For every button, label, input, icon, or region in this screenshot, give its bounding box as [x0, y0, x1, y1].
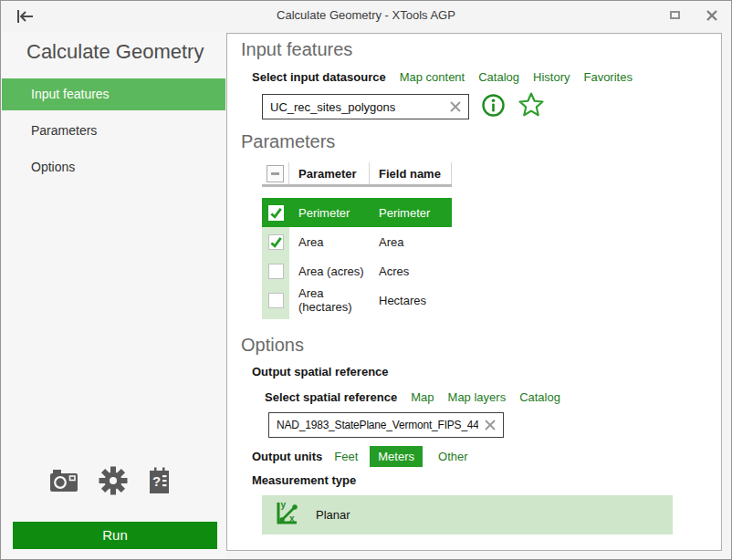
run-button[interactable]: Run	[13, 522, 217, 549]
spatial-reference-input[interactable]	[269, 413, 482, 437]
measurement-type-label-row: Measurement type	[252, 473, 356, 487]
main-panel: Input features Select input datasource M…	[226, 33, 722, 551]
measurement-type-label: Measurement type	[252, 473, 356, 487]
row-checkbox[interactable]	[268, 264, 284, 279]
link-favorites[interactable]: Favorites	[583, 70, 632, 84]
help-notes-icon[interactable]: ?	[147, 467, 173, 499]
sidebar: Calculate Geometry Input features Parame…	[2, 31, 225, 558]
favorite-star-icon[interactable]	[518, 91, 545, 122]
table-row-area-hectares[interactable]: Area (hectares) Hectares	[262, 285, 452, 315]
column-header-field-name: Field name	[370, 162, 452, 184]
parameter-cell: Area (hectares)	[289, 286, 370, 314]
output-units-row: Output units Feet Meters Other	[252, 446, 468, 467]
svg-text:y: y	[281, 500, 287, 510]
sidebar-item-label: Parameters	[31, 123, 97, 138]
table-row-area-acres[interactable]: Area (acres) Acres	[262, 256, 452, 285]
select-all-checkbox[interactable]	[267, 165, 284, 182]
column-header-parameter: Parameter	[289, 162, 370, 184]
parameters-table-body: Perimeter Perimeter Area Area	[262, 198, 452, 319]
unit-meters[interactable]: Meters	[370, 446, 423, 467]
field-name-cell: Acres	[370, 264, 452, 278]
checkbox-column-tail	[262, 315, 289, 319]
spatial-reference-input-row	[268, 412, 504, 438]
link-map-layers[interactable]: Map layers	[448, 390, 507, 404]
output-units-label: Output units	[252, 450, 322, 463]
sidebar-item-parameters[interactable]: Parameters	[2, 115, 225, 147]
sidebar-item-label: Input features	[31, 87, 110, 101]
sidebar-item-input-features[interactable]: Input features	[2, 78, 225, 110]
row-checkbox[interactable]	[268, 234, 284, 250]
parameters-heading: Parameters	[241, 131, 335, 152]
checkbox-cell	[262, 256, 289, 285]
sidebar-title: Calculate Geometry	[26, 40, 204, 64]
planar-axes-icon: y x	[272, 498, 302, 532]
output-spatial-reference-label: Output spatial reference	[252, 365, 389, 379]
measurement-option-planar[interactable]: y x Planar	[262, 495, 673, 534]
parameters-table-header: Parameter Field name	[262, 162, 452, 187]
close-icon[interactable]	[706, 9, 718, 22]
window-title: Calculate Geometry - XTools AGP	[1, 8, 731, 22]
select-sr-label-row: Select spatial reference Map Map layers …	[265, 390, 560, 404]
select-all-header-cell	[262, 162, 289, 184]
info-icon[interactable]	[481, 93, 506, 121]
field-name-cell: Perimeter	[370, 206, 452, 220]
link-catalog[interactable]: Catalog	[478, 70, 519, 84]
clear-x-icon[interactable]	[447, 99, 464, 115]
row-checkbox[interactable]	[268, 293, 284, 308]
sidebar-item-label: Options	[31, 160, 75, 174]
sidebar-tool-icons: ?	[49, 466, 173, 499]
clear-x-icon[interactable]	[482, 417, 498, 433]
unit-feet[interactable]: Feet	[334, 450, 358, 463]
row-checkbox[interactable]	[268, 205, 284, 221]
parameter-cell: Area	[289, 235, 370, 249]
sidebar-nav: Input features Parameters Options	[2, 78, 225, 188]
parameter-cell: Perimeter	[289, 206, 370, 220]
gear-icon[interactable]	[99, 466, 128, 499]
table-row-area[interactable]: Area Area	[262, 227, 452, 256]
select-spatial-reference-label: Select spatial reference	[265, 390, 397, 404]
camera-icon[interactable]	[49, 468, 79, 497]
indeterminate-minus-icon	[271, 172, 279, 175]
datasource-input-row	[262, 91, 545, 122]
svg-text:?: ?	[152, 473, 161, 489]
link-sr-catalog[interactable]: Catalog	[519, 390, 560, 404]
field-name-cell: Hectares	[370, 294, 452, 307]
parameters-table: Parameter Field name Perimeter Perimeter	[262, 162, 452, 319]
select-input-datasource-label: Select input datasource	[252, 70, 386, 84]
unit-other[interactable]: Other	[438, 450, 468, 463]
table-row-perimeter[interactable]: Perimeter Perimeter	[262, 198, 452, 227]
checkbox-cell	[262, 227, 289, 256]
sidebar-item-options[interactable]: Options	[2, 151, 225, 183]
link-history[interactable]: History	[533, 70, 570, 84]
link-map-content[interactable]: Map content	[400, 70, 465, 84]
checkbox-cell	[262, 285, 289, 315]
options-heading: Options	[241, 335, 304, 356]
planar-option-label: Planar	[316, 508, 350, 522]
spatial-reference-field-wrap	[268, 412, 504, 438]
datasource-field-wrap	[262, 94, 469, 119]
maximize-icon[interactable]	[670, 11, 680, 19]
field-name-cell: Area	[370, 235, 452, 249]
datasource-label-row: Select input datasource Map content Cata…	[252, 70, 633, 84]
parameter-cell: Area (acres)	[289, 264, 370, 278]
output-sr-label-row: Output spatial reference	[252, 365, 389, 379]
link-map[interactable]: Map	[411, 390, 434, 404]
svg-text:x: x	[289, 513, 295, 524]
calculate-geometry-window: Calculate Geometry - XTools AGP Calculat…	[0, 0, 732, 560]
input-features-heading: Input features	[241, 39, 352, 60]
checkbox-cell	[262, 198, 289, 227]
titlebar: Calculate Geometry - XTools AGP	[1, 1, 731, 31]
datasource-input[interactable]	[263, 95, 447, 119]
